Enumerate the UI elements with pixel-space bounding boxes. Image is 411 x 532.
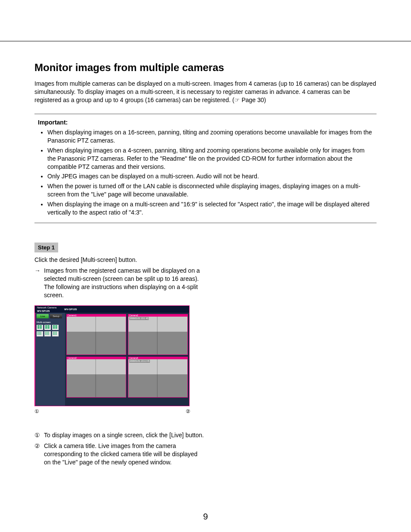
svg-rect-1 <box>40 326 42 327</box>
svg-rect-18 <box>37 334 38 335</box>
step-result: → Images from the registered cameras wil… <box>34 267 205 299</box>
svg-rect-4 <box>45 326 47 327</box>
page: Monitor images from multiple cameras Ima… <box>0 0 411 532</box>
note-text: Click a camera title. Live images from t… <box>44 442 205 467</box>
svg-rect-22 <box>47 332 47 333</box>
svg-rect-2 <box>37 327 39 329</box>
camera-tile-1[interactable]: Camera1 <box>66 314 126 355</box>
svg-rect-17 <box>40 333 41 334</box>
live-button[interactable]: Live <box>37 314 49 318</box>
svg-rect-14 <box>40 332 41 333</box>
layout-button-5[interactable] <box>44 331 51 336</box>
svg-rect-20 <box>40 334 41 335</box>
svg-rect-12 <box>37 332 38 333</box>
note-number: ① <box>34 431 44 439</box>
note-item: ① To display images on a single screen, … <box>34 431 205 439</box>
important-item: When the power is turned off or the LAN … <box>47 182 373 199</box>
svg-rect-33 <box>53 333 54 334</box>
camera-grid: Camera1 Camera2 2008/01/01 23:1 45 Camer… <box>65 313 189 406</box>
camera-tile-4[interactable]: Camera4 2008/01/01 23:13 45 <box>128 357 188 398</box>
svg-rect-28 <box>47 334 47 335</box>
svg-rect-23 <box>48 332 49 333</box>
note-item: ② Click a camera title. Live images from… <box>34 442 205 467</box>
svg-rect-10 <box>53 327 55 329</box>
layout-button-2[interactable] <box>44 325 51 330</box>
note-number: ② <box>34 442 44 467</box>
important-list: When displaying images on a 16-screen, p… <box>38 128 373 217</box>
step-result-text: Images from the registered cameras will … <box>44 267 205 299</box>
svg-rect-21 <box>45 332 46 333</box>
layout-button-4[interactable] <box>37 331 43 336</box>
note-text: To display images on a single screen, cl… <box>44 431 205 439</box>
svg-rect-34 <box>54 333 55 334</box>
multiscreen-label: Multi-screen <box>37 320 64 324</box>
screenshot-figure: Network CameraWV-SP105 WV-SP105 Live Set… <box>34 305 194 415</box>
page-number: 9 <box>0 511 411 523</box>
svg-rect-32 <box>56 332 57 333</box>
svg-rect-11 <box>56 327 57 329</box>
left-column: Step 1 Click the desired [Multi-screen] … <box>34 243 205 467</box>
important-heading: Important: <box>38 118 373 127</box>
model-right: WV-SP105 <box>64 308 77 311</box>
camera-tile-2[interactable]: Camera2 2008/01/01 23:1 45 <box>128 314 188 355</box>
camera-tile-3[interactable]: Camera3 <box>66 357 126 398</box>
important-item: When displaying images on a 16-screen, p… <box>47 128 373 145</box>
svg-rect-29 <box>48 334 49 335</box>
callout-1: ① <box>34 408 39 415</box>
step-text: Click the desired [Multi-screen] button. <box>34 256 205 264</box>
step-label: Step 1 <box>34 243 58 253</box>
model-left: WV-SP105 <box>37 310 50 312</box>
svg-rect-35 <box>56 333 57 334</box>
svg-rect-8 <box>53 326 55 327</box>
svg-rect-24 <box>45 333 46 334</box>
important-box: Important: When displaying images on a 1… <box>34 114 377 223</box>
svg-rect-16 <box>39 333 40 334</box>
top-rule <box>0 41 411 41</box>
setup-button[interactable]: Setup <box>50 314 62 318</box>
svg-rect-9 <box>56 326 57 327</box>
svg-rect-13 <box>39 332 40 333</box>
important-item: When displaying the image on a multi-scr… <box>47 200 373 217</box>
svg-rect-3 <box>40 327 42 329</box>
numbered-notes: ① To display images on a single screen, … <box>34 431 205 467</box>
important-item: When displaying images on a 4-screen, pa… <box>47 146 373 171</box>
layout-button-3[interactable] <box>52 325 59 330</box>
callout-2: ② <box>186 408 190 415</box>
app-header: Network CameraWV-SP105 WV-SP105 <box>35 306 189 313</box>
svg-rect-15 <box>37 333 38 334</box>
svg-rect-37 <box>54 334 55 335</box>
svg-rect-30 <box>53 332 54 333</box>
svg-rect-38 <box>56 334 57 335</box>
svg-rect-36 <box>53 334 54 335</box>
arrow-icon: → <box>34 267 44 299</box>
important-item: Only JPEG images can be displayed on a m… <box>47 172 373 180</box>
svg-rect-7 <box>48 327 50 329</box>
layout-button-1[interactable] <box>37 325 43 330</box>
svg-rect-27 <box>45 334 46 335</box>
sidebar: Live Setup Multi-screen <box>35 313 65 406</box>
callout-markers: ① ② <box>34 408 190 415</box>
intro-paragraph: Images from multiple cameras can be disp… <box>34 80 377 104</box>
page-title: Monitor images from multiple cameras <box>34 61 377 75</box>
svg-rect-0 <box>37 326 39 327</box>
svg-rect-6 <box>45 327 47 329</box>
header-label: Network Camera <box>37 306 56 309</box>
layout-button-6[interactable] <box>52 331 59 336</box>
svg-rect-26 <box>48 333 49 334</box>
camera-timestamp: 2008/01/01 23:13 45 <box>129 360 150 363</box>
svg-rect-25 <box>47 333 47 334</box>
app-screenshot: Network CameraWV-SP105 WV-SP105 Live Set… <box>34 305 190 406</box>
svg-rect-19 <box>39 334 40 335</box>
svg-rect-5 <box>48 326 50 327</box>
svg-rect-31 <box>54 332 55 333</box>
camera-timestamp: 2008/01/01 23:1 45 <box>129 317 149 320</box>
